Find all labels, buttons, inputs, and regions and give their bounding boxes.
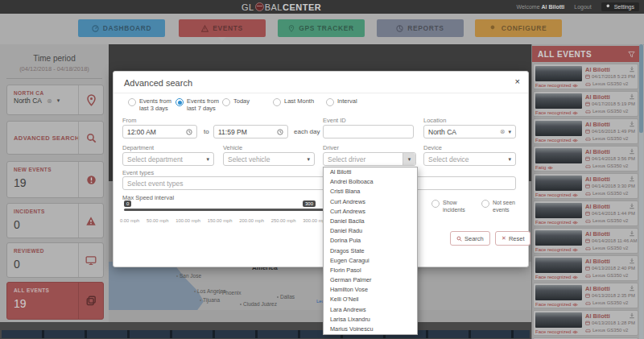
radio-icon[interactable] xyxy=(326,98,334,106)
speed-tick: 50.00 mph xyxy=(147,218,168,223)
to-time-input[interactable]: 11:59 PM xyxy=(213,125,288,138)
radio-events-last-3-days[interactable]: Events from last 3 days xyxy=(128,97,178,113)
driver-option[interactable]: Al Bilotti xyxy=(324,167,417,177)
speed-tick: 100.00 mph xyxy=(175,218,200,223)
driver-option[interactable]: Kelli O'Neil xyxy=(324,295,417,304)
radio-icon[interactable] xyxy=(481,200,489,208)
chevron-down-icon: ▾ xyxy=(508,156,511,163)
chevron-down-icon: ▾ xyxy=(508,129,511,135)
department-label: Department xyxy=(122,144,154,151)
modal-title: Advanced search xyxy=(124,78,192,88)
driver-option[interactable]: Andrei Bolboaca xyxy=(324,177,417,187)
driver-option[interactable]: German Palmer xyxy=(324,275,417,285)
clear-icon[interactable]: ⊗ xyxy=(500,128,506,135)
device-label: Device xyxy=(423,144,442,151)
speed-min-handle[interactable]: 0 xyxy=(124,201,131,207)
speed-tick: 200.00 mph xyxy=(239,218,264,223)
chevron-down-icon: ▾ xyxy=(307,156,310,163)
driver-dropdown: Al BilottiAndrei BolboacaCristi BlanaCur… xyxy=(323,167,418,335)
driver-option[interactable]: Dragos State xyxy=(324,246,417,256)
driver-option[interactable]: Dorina Puia xyxy=(324,236,417,246)
radio-not-seen-events[interactable]: Not seen events xyxy=(481,199,520,213)
driver-option[interactable]: Eugen Caragui xyxy=(324,256,417,266)
driver-option[interactable]: Marius Voinescu xyxy=(324,325,417,334)
vehicle-label: Vehicle xyxy=(223,144,242,151)
close-icon: ✕ xyxy=(502,235,506,242)
event-types-input[interactable]: Select event types xyxy=(122,176,516,190)
chevron-down-icon[interactable]: ▾ xyxy=(402,153,415,165)
global-center-app: GLBALCENTER Welcome Al Bilotti Logout Se… xyxy=(0,0,644,339)
driver-option[interactable]: Lara Andrews xyxy=(324,305,417,315)
driver-option[interactable]: Daniel Radu xyxy=(324,226,417,236)
speed-max-handle[interactable]: 300 xyxy=(303,201,316,207)
search-button[interactable]: Search xyxy=(450,231,490,246)
radio-icon[interactable] xyxy=(431,200,440,208)
reset-button[interactable]: ✕ Reset xyxy=(495,231,530,246)
to-label: to xyxy=(204,128,209,135)
speed-tick: 250.00 mph xyxy=(271,218,296,223)
driver-option[interactable]: Curt Andrews xyxy=(324,197,417,207)
divider xyxy=(114,93,528,93)
search-icon xyxy=(456,236,462,242)
location-label: Location xyxy=(423,117,446,124)
radio-selected-icon[interactable] xyxy=(175,98,184,106)
advanced-search-modal: Advanced search × Events from last 3 day… xyxy=(113,71,529,267)
department-select[interactable]: Select department ▾ xyxy=(122,152,214,166)
clock-icon[interactable] xyxy=(277,129,283,135)
event-types-label: Event types xyxy=(122,169,154,176)
close-icon[interactable]: × xyxy=(515,76,520,86)
vehicle-select[interactable]: Select vehicle ▾ xyxy=(223,152,315,166)
speed-tick: 150.00 mph xyxy=(208,218,233,223)
event-id-input[interactable] xyxy=(323,125,414,138)
driver-option[interactable]: Cristi Blana xyxy=(324,187,417,196)
from-label: From xyxy=(122,117,137,124)
speed-tick: 0.00 mph xyxy=(120,218,139,223)
each-day-label: each day xyxy=(294,128,320,135)
event-id-label: Event ID xyxy=(323,117,346,124)
radio-last-month[interactable]: Last Month xyxy=(273,97,314,106)
clock-icon[interactable] xyxy=(186,129,192,135)
location-select[interactable]: North CA ⊗▾ xyxy=(423,125,516,138)
driver-label: Driver xyxy=(323,144,339,151)
radio-icon[interactable] xyxy=(128,98,136,106)
radio-interval[interactable]: Interval xyxy=(326,97,357,106)
radio-icon[interactable] xyxy=(222,98,230,106)
driver-option[interactable]: Florin Pasol xyxy=(324,266,417,275)
radio-icon[interactable] xyxy=(273,98,281,106)
speed-tick-labels: 0.00 mph50.00 mph100.00 mph150.00 mph200… xyxy=(120,218,328,223)
radio-show-incidents[interactable]: Show incidents xyxy=(431,199,469,213)
chevron-down-icon: ▾ xyxy=(206,156,209,163)
speed-slider[interactable]: 0 300 xyxy=(124,209,324,211)
radio-events-last-7-days[interactable]: Events from last 7 days xyxy=(175,97,225,113)
driver-option[interactable]: Larisa Lixandru xyxy=(324,315,417,325)
driver-select[interactable]: Select driver ▾ xyxy=(323,152,416,166)
from-time-input[interactable]: 12:00 AM xyxy=(122,125,197,138)
driver-option[interactable]: Daniel Bacila xyxy=(324,217,417,226)
device-select[interactable]: Select device ▾ xyxy=(423,152,516,166)
radio-today[interactable]: Today xyxy=(222,97,250,106)
driver-option[interactable]: Curt Andrews xyxy=(324,207,417,217)
driver-option[interactable]: Hamilton Vose xyxy=(324,285,417,295)
